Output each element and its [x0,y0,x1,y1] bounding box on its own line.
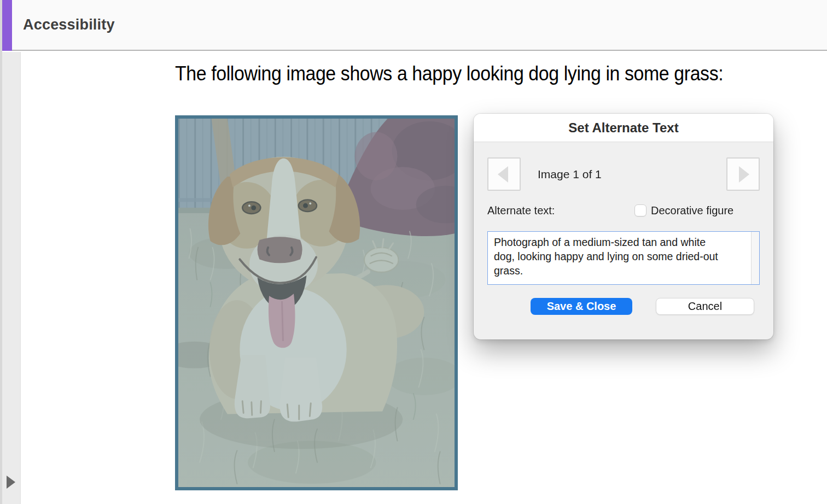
app-window: Accessibility The following image shows … [0,0,827,504]
expand-panel-button[interactable] [7,474,20,490]
save-and-close-button[interactable]: Save & Close [531,298,632,315]
alternate-text-value: Photograph of a medium-sized tan and whi… [494,235,726,278]
decorative-figure-label: Decorative figure [651,204,733,217]
next-image-button[interactable] [726,157,760,191]
previous-image-button[interactable] [487,157,521,191]
arrow-right-icon [739,166,749,183]
document-heading: The following image shows a happy lookin… [175,62,723,85]
alternate-text-label: Alternate text: [487,204,555,217]
dialog-titlebar: Set Alternate Text [474,114,773,142]
textarea-scrollbar[interactable] [751,232,759,284]
decorative-figure-checkbox[interactable] [634,204,647,216]
alternate-text-input[interactable]: Photograph of a medium-sized tan and whi… [487,231,760,285]
purple-accent-bar [2,0,12,51]
arrow-left-icon [498,166,508,183]
expand-triangle-icon [7,476,15,489]
dog-photo-illustration [178,119,455,487]
dialog-title: Set Alternate Text [568,120,678,136]
cancel-button[interactable]: Cancel [656,298,754,315]
selected-dog-image[interactable] [175,115,458,490]
pane-title: Accessibility [23,0,115,50]
image-counter: Image 1 of 1 [538,157,602,191]
accessibility-pane-header: Accessibility [0,0,827,51]
left-rail [2,52,21,504]
set-alternate-text-dialog: Set Alternate Text Image 1 of 1 Alternat… [474,114,773,339]
